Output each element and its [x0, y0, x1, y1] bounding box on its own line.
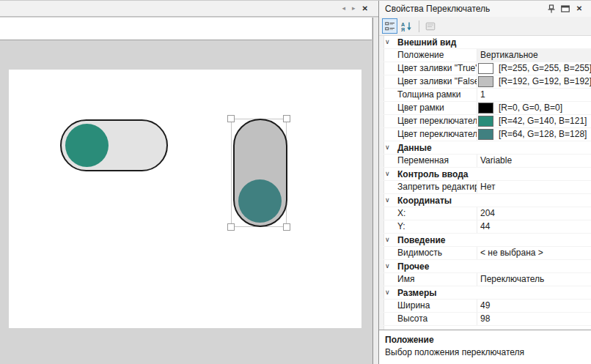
chevron-down-icon: ∨: [385, 289, 394, 296]
description-text: Выбор положения переключателя: [385, 347, 585, 357]
close-document-icon[interactable]: ✕: [362, 5, 368, 12]
canvas-page[interactable]: [9, 70, 361, 328]
property-row[interactable]: Цвет переключателя[R=64, G=128, B=128]: [379, 128, 591, 141]
property-value[interactable]: 98: [477, 313, 591, 325]
property-value-text: 1: [477, 89, 485, 101]
property-row[interactable]: Запретить редактированиеНет: [379, 181, 591, 194]
color-swatch: [478, 76, 493, 87]
property-value[interactable]: 1: [477, 89, 591, 101]
property-value[interactable]: [R=42, G=140, B=121]: [477, 115, 591, 127]
property-row[interactable]: Цвет рамки[R=0, G=0, B=0]: [379, 102, 591, 115]
color-swatch: [478, 116, 493, 127]
svg-text:А: А: [401, 21, 405, 26]
property-row[interactable]: Y:44: [379, 220, 591, 234]
property-label: Цвет заливки "False": [379, 75, 477, 88]
section-header[interactable]: ∨Контроль ввода: [379, 168, 591, 181]
property-row[interactable]: ПеременнаяVariable: [379, 155, 591, 168]
toggle-knob: [238, 179, 282, 223]
property-value-text: Переключатель: [477, 273, 544, 286]
selection-handle[interactable]: [227, 115, 235, 122]
float-window-icon[interactable]: [559, 3, 571, 15]
section-header[interactable]: ∨Размеры: [379, 286, 591, 300]
property-label: Y:: [379, 220, 477, 233]
section-header[interactable]: ∨Прочее: [379, 260, 591, 273]
property-label: X:: [379, 207, 477, 220]
property-row[interactable]: ПоложениеВертикальное: [379, 49, 591, 62]
property-value[interactable]: [R=192, G=192, B=192]: [477, 75, 591, 88]
properties-header: Свойства Переключатель ✕: [379, 1, 591, 17]
property-value-text: 49: [477, 300, 490, 312]
toggle-horizontal[interactable]: [60, 119, 168, 171]
property-value[interactable]: Variable: [477, 155, 591, 167]
property-value[interactable]: 49: [477, 300, 591, 312]
property-value-text: [R=255, G=255, B=255]: [493, 62, 591, 75]
property-value[interactable]: [R=0, G=0, B=0]: [477, 102, 591, 114]
section-label: Координаты: [397, 196, 452, 206]
selection-handle[interactable]: [283, 115, 290, 122]
property-label: Цвет переключателя: [379, 115, 477, 127]
property-row[interactable]: Цвет заливки "False"[R=192, G=192, B=192…: [379, 75, 591, 89]
property-value[interactable]: [R=255, G=255, B=255]: [477, 62, 591, 75]
property-label: Видимость: [379, 247, 477, 259]
chevron-down-icon: ∨: [385, 197, 394, 204]
close-panel-icon[interactable]: ✕: [573, 3, 585, 15]
property-value-text: Вертикальное: [477, 49, 538, 62]
chevron-down-icon: ∨: [385, 171, 394, 177]
section-header[interactable]: ∨Координаты: [379, 194, 591, 207]
property-pages-button[interactable]: [422, 18, 438, 34]
section-header[interactable]: ∨Данные: [379, 141, 591, 155]
section-label: Поведение: [397, 235, 445, 245]
properties-title: Свойства Переключатель: [385, 4, 543, 14]
properties-panel: Свойства Переключатель ✕: [378, 1, 591, 364]
property-row[interactable]: Видимость< не выбрана >: [379, 247, 591, 260]
selection-handle[interactable]: [283, 223, 290, 231]
vertical-scrollbar[interactable]: [372, 18, 378, 364]
property-value[interactable]: < не выбрана >: [477, 247, 591, 259]
section-header[interactable]: ∨Поведение: [379, 234, 591, 247]
chevron-down-icon: ∨: [385, 144, 394, 151]
sort-alphabetical-button[interactable]: А Я: [399, 18, 414, 34]
property-label: Запретить редактирование: [379, 181, 477, 193]
property-label: Ширина: [379, 300, 477, 312]
color-swatch: [478, 129, 493, 140]
scroll-left-icon[interactable]: ◂: [342, 5, 346, 12]
property-value[interactable]: [R=64, G=128, B=128]: [477, 128, 591, 141]
property-row[interactable]: Толщина рамки1: [379, 89, 591, 102]
categorized-view-button[interactable]: [382, 18, 397, 34]
property-row[interactable]: X:204: [379, 207, 591, 220]
app-window: ◂ ▸ ✕ Свойства Переключатель: [0, 0, 591, 364]
property-value[interactable]: Вертикальное: [477, 49, 591, 62]
toggle-knob: [65, 124, 109, 167]
property-value-text: [R=64, G=128, B=128]: [493, 128, 587, 141]
property-value[interactable]: Переключатель: [477, 273, 591, 286]
color-swatch: [478, 63, 493, 74]
property-value[interactable]: 204: [477, 207, 591, 220]
property-row[interactable]: Цвет переключателя[R=42, G=140, B=121]: [379, 115, 591, 128]
color-swatch: [478, 103, 493, 114]
property-value-text: [R=0, G=0, B=0]: [493, 102, 562, 114]
property-row[interactable]: Высота98: [379, 313, 591, 326]
section-label: Контроль ввода: [397, 169, 469, 179]
chevron-down-icon: ∨: [385, 237, 394, 243]
property-value-text: 98: [477, 313, 490, 325]
property-value[interactable]: Нет: [477, 181, 591, 193]
property-label: Цвет рамки: [379, 102, 477, 114]
property-label: Имя: [379, 273, 477, 286]
property-label: Высота: [379, 313, 477, 325]
section-header[interactable]: ∨Внешний вид: [379, 36, 591, 49]
property-label: Цвет переключателя: [379, 128, 477, 141]
property-value-text: 204: [477, 207, 495, 220]
property-value[interactable]: 44: [477, 220, 591, 233]
property-row[interactable]: Цвет заливки "True"[R=255, G=255, B=255]: [379, 62, 591, 75]
pin-icon[interactable]: [546, 3, 557, 15]
property-value-text: [R=192, G=192, B=192]: [493, 75, 591, 88]
property-row[interactable]: ИмяПереключатель: [379, 273, 591, 286]
toggle-vertical[interactable]: [233, 119, 287, 227]
scroll-right-icon[interactable]: ▸: [352, 5, 356, 12]
property-label: Переменная: [379, 155, 477, 167]
section-label: Прочее: [397, 261, 429, 272]
property-value-text: [R=42, G=140, B=121]: [493, 115, 587, 127]
property-row[interactable]: Ширина49: [379, 300, 591, 313]
property-label: Цвет заливки "True": [379, 62, 477, 75]
selection-handle[interactable]: [227, 223, 235, 231]
